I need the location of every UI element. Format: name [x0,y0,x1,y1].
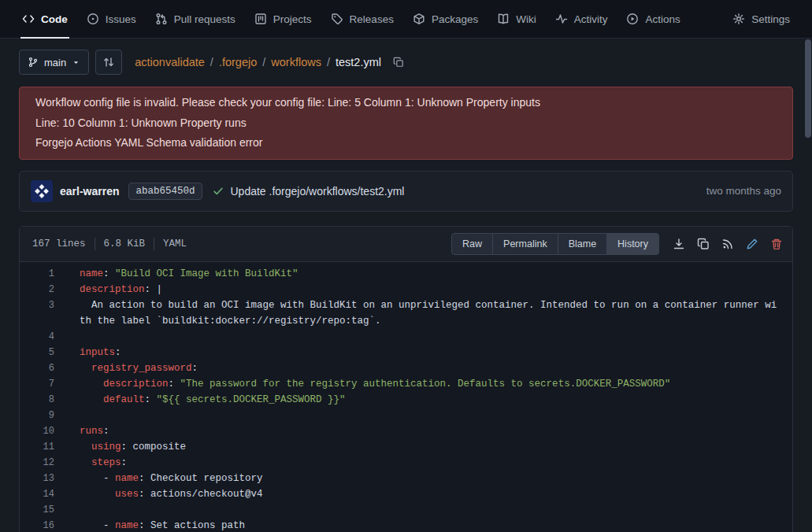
copy-icon [697,238,710,250]
latest-commit-bar: earl-warren abab65450d Update .forgejo/w… [19,171,793,212]
download-file-button[interactable] [673,238,685,250]
nav-tab-code[interactable]: Code [13,0,77,38]
error-line: Workflow config file is invalid. Please … [35,93,777,113]
line-number[interactable]: 4 [20,329,61,345]
nav-tab-releases[interactable]: Releases [321,0,403,38]
page-scrollbar [805,39,811,530]
blame-button[interactable]: Blame [558,233,607,255]
line-number[interactable]: 6 [20,360,61,376]
nav-tab-label: Actions [645,13,680,25]
line-number[interactable]: 9 [20,408,61,423]
code-line: 7 description: "The password for the reg… [20,376,792,392]
nav-spacer [690,0,723,38]
issue-opened-icon [87,13,99,25]
line-number[interactable]: 5 [20,345,61,360]
repo-file-page: main actionvalidate / .forgejo / workflo… [0,39,812,532]
nav-tab-activity[interactable]: Activity [546,0,617,38]
code-text: description: "The password for the regis… [61,376,792,392]
raw-button[interactable]: Raw [451,233,493,255]
package-icon [413,13,425,25]
nav-tab-label: Pull requests [174,13,235,25]
gear-icon [732,13,745,25]
code-text: inputs: [61,345,792,360]
tag-icon [331,13,343,25]
code-line: 8 default: "${{ secrets.DOCKER_PASSWORD … [20,392,792,408]
nav-tab-projects[interactable]: Projects [245,0,321,38]
code-line: 16 - name: Set actions path [20,518,792,532]
scrollbar-thumb[interactable] [805,39,811,138]
history-button[interactable]: History [606,233,659,255]
line-number[interactable]: 7 [20,376,61,392]
file-action-icons [673,238,783,250]
code-line: 13 - name: Checkout repository [20,471,792,486]
copy-path-icon[interactable] [393,57,404,68]
line-number[interactable]: 2 [20,282,61,297]
rss-feed-button[interactable] [721,238,734,250]
commit-author-name[interactable]: earl-warren [60,185,119,198]
nav-tab-label: Issues [106,13,136,25]
compare-branches-button[interactable] [95,50,122,75]
nav-tab-actions[interactable]: Actions [617,0,689,38]
copy-icon [393,57,404,68]
breadcrumb-separator: / [327,56,330,68]
code-text: using: composite [61,439,792,455]
code-text: An action to build an OCI image with Bui… [61,297,792,329]
file-info: 167 lines 6.8 KiB YAML [32,238,187,250]
compare-icon [102,56,115,68]
trash-icon [770,238,783,250]
nav-tab-issues[interactable]: Issues [77,0,146,38]
nav-tab-wiki[interactable]: Wiki [488,0,546,38]
nav-tab-label: Releases [350,13,394,25]
avatar[interactable] [31,180,53,202]
breadcrumb: actionvalidate / .forgejo / workflows / … [135,56,404,68]
code-text: - name: Checkout repository [61,471,792,486]
nav-tab-pull-requests[interactable]: Pull requests [146,0,245,38]
nav-tab-label: Settings [751,13,790,25]
copy-content-button[interactable] [697,238,710,250]
commit-age: two months ago [706,185,781,197]
file-view-box: 167 lines 6.8 KiB YAML Raw Permalink Bla… [19,226,793,532]
nav-tab-settings[interactable]: Settings [723,0,799,38]
edit-file-button[interactable] [746,238,758,250]
branch-selector-button[interactable]: main [19,50,89,75]
breadcrumb-dir-workflows-link[interactable]: workflows [271,56,321,68]
play-circle-icon [626,13,639,25]
commit-message[interactable]: Update .forgejo/workflows/test2.yml [231,185,405,198]
divider [154,238,154,250]
branch-breadcrumb-row: main actionvalidate / .forgejo / workflo… [19,50,793,75]
line-number[interactable]: 11 [20,439,61,455]
commit-status-success-icon[interactable] [213,186,224,197]
code-line: 15 [20,502,792,518]
book-icon [497,13,510,25]
line-number[interactable]: 1 [20,266,61,282]
permalink-button[interactable]: Permalink [492,233,558,255]
nav-tab-label: Packages [432,13,478,25]
code-icon [22,13,35,25]
line-number[interactable]: 13 [20,471,61,486]
line-number[interactable]: 12 [20,455,61,471]
code-line: 12 steps: [20,455,792,471]
breadcrumb-repo-link[interactable]: actionvalidate [135,56,205,68]
line-number[interactable]: 8 [20,392,61,408]
file-language: YAML [163,238,187,249]
breadcrumb-dir-forgejo-link[interactable]: .forgejo [219,56,257,68]
project-board-icon [254,13,267,25]
code-line: 6 registry_password: [20,360,792,376]
pulse-icon [555,13,568,25]
code-text: description: | [61,282,792,297]
code-text: default: "${{ secrets.DOCKER_PASSWORD }}… [61,392,792,408]
line-number[interactable]: 15 [20,502,61,518]
divider [95,238,95,250]
commit-sha-badge[interactable]: abab65450d [128,183,202,200]
line-number[interactable]: 14 [20,486,61,502]
breadcrumb-separator: / [262,56,265,68]
delete-file-button[interactable] [770,238,783,250]
line-number[interactable]: 3 [20,297,61,329]
repo-tab-bar: Code Issues Pull requests Projects Relea… [0,0,812,39]
line-number[interactable]: 16 [20,518,61,532]
line-number[interactable]: 10 [20,423,61,439]
code-text: name: "Build OCI Image with BuildKit" [61,266,792,282]
git-pull-request-icon [155,13,168,25]
code-text [61,502,792,518]
nav-tab-packages[interactable]: Packages [403,0,488,38]
